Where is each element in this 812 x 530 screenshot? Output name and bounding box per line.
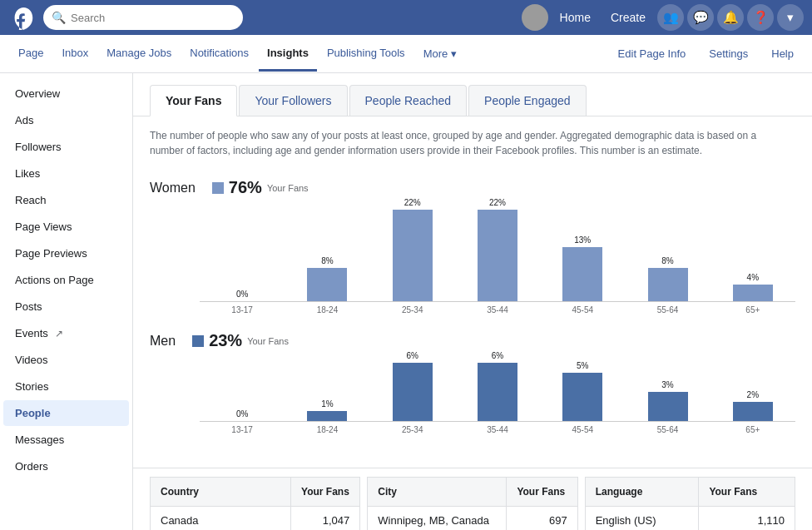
bar-rect <box>733 285 773 301</box>
tab-your-followers[interactable]: Your Followers <box>239 85 347 116</box>
age-label: 45-54 <box>540 302 625 315</box>
friends-icon-button[interactable]: 👥 <box>657 4 684 31</box>
bar-top-label: 1% <box>321 399 333 409</box>
nav-manage-jobs[interactable]: Manage Jobs <box>98 37 180 72</box>
settings-button[interactable]: Settings <box>701 42 756 65</box>
tab-people-reached[interactable]: People Reached <box>349 85 468 116</box>
men-sub-label: Your Fans <box>247 336 289 346</box>
nav-notifications[interactable]: Notifications <box>181 37 257 72</box>
bar-top-label: 0% <box>236 290 248 299</box>
bar-rect <box>648 268 688 301</box>
home-button[interactable]: Home <box>552 6 599 29</box>
sidebar-item-events[interactable]: Events ↗ <box>3 320 129 346</box>
notifications-icon-button[interactable]: 🔔 <box>717 4 744 31</box>
nav-insights[interactable]: Insights <box>259 37 317 72</box>
women-bars: 0%8%22%22%13%8%4% <box>200 202 795 302</box>
age-label: 18-24 <box>285 302 369 315</box>
tab-people-engaged[interactable]: People Engaged <box>468 85 587 116</box>
nav-inbox[interactable]: Inbox <box>53 37 97 72</box>
sidebar-item-orders[interactable]: Orders <box>3 453 129 479</box>
city-fans-col-header: Your Fans <box>507 478 577 507</box>
bar-top-label: 3% <box>661 380 673 389</box>
search-icon: 🔍 <box>52 11 66 24</box>
country-table: Country Your Fans Canada1,047United Stat… <box>150 477 360 530</box>
bar-rect <box>478 363 517 421</box>
men-label: Men <box>150 334 176 349</box>
sub-tabs: Your Fans Your Followers People Reached … <box>133 73 812 116</box>
table-cell-label: Canada <box>151 507 291 531</box>
bar-rect <box>307 268 347 301</box>
sidebar-item-page-previews[interactable]: Page Previews <box>3 240 129 266</box>
bar-group: 13% <box>540 235 625 301</box>
bar-group: 6% <box>455 351 540 421</box>
tab-your-fans[interactable]: Your Fans <box>150 85 237 116</box>
sidebar-item-videos[interactable]: Videos <box>3 347 129 373</box>
messenger-icon-button[interactable]: 💬 <box>687 4 714 31</box>
bar-group: 22% <box>455 198 540 301</box>
age-label: 18-24 <box>285 422 369 434</box>
bar-group: 4% <box>710 273 795 301</box>
bar-top-label: 4% <box>747 273 759 282</box>
table-row: English (US)1,110 <box>585 507 795 531</box>
age-label: 45-54 <box>540 422 625 434</box>
sidebar-item-page-views[interactable]: Page Views <box>3 214 129 240</box>
sidebar-item-likes[interactable]: Likes <box>3 161 129 186</box>
search-bar[interactable]: 🔍 <box>43 5 243 30</box>
search-input[interactable] <box>71 12 235 24</box>
help-icon-button[interactable]: ❓ <box>747 4 774 31</box>
bar-top-label: 8% <box>661 256 673 265</box>
edit-page-info-button[interactable]: Edit Page Info <box>610 42 695 65</box>
bar-rect <box>393 363 433 421</box>
men-percentage: 23% <box>209 331 242 350</box>
table-cell-label: Winnipeg, MB, Canada <box>368 507 507 531</box>
bar-rect <box>562 247 602 301</box>
tables-section: Country Your Fans Canada1,047United Stat… <box>133 468 812 530</box>
bar-group: 5% <box>540 361 625 421</box>
bar-group: 8% <box>285 256 369 301</box>
help-button[interactable]: Help <box>763 42 802 65</box>
content-inner: Your Fans Your Followers People Reached … <box>133 73 812 530</box>
table-cell-value: 1,047 <box>291 507 360 531</box>
age-label: 65+ <box>710 302 795 315</box>
bar-rect <box>733 402 773 421</box>
description-text: The number of people who saw any of your… <box>133 116 782 170</box>
age-label: 13-17 <box>200 302 285 315</box>
men-chart: Men 23% Your Fans 0%1%6%6%5%3%2% 13-1718… <box>150 331 795 434</box>
sidebar-item-actions-on-page[interactable]: Actions on Page <box>3 267 129 293</box>
sidebar-item-followers[interactable]: Followers <box>3 134 129 160</box>
women-label: Women <box>150 181 196 196</box>
bar-group: 2% <box>710 390 795 421</box>
bar-group: 22% <box>370 198 455 301</box>
age-label: 55-64 <box>625 422 710 434</box>
men-bars: 0%1%6%6%5%3%2% <box>200 355 795 422</box>
top-navigation: 🔍 Home Create 👥 💬 🔔 ❓ ▾ <box>0 0 812 35</box>
age-label: 55-64 <box>625 302 710 315</box>
create-button[interactable]: Create <box>602 6 654 29</box>
bar-rect <box>648 392 688 421</box>
menu-icon-button[interactable]: ▾ <box>777 4 804 31</box>
table-cell-value: 1,110 <box>699 507 795 531</box>
sidebar-item-ads[interactable]: Ads <box>3 107 129 133</box>
sidebar-item-reach[interactable]: Reach <box>3 187 129 213</box>
table-cell-value: 697 <box>507 507 577 531</box>
sidebar-item-posts[interactable]: Posts <box>3 294 129 319</box>
bar-top-label: 22% <box>489 198 506 207</box>
women-sub-label: Your Fans <box>267 183 309 193</box>
bar-rect <box>393 210 433 301</box>
chart-section: Women 76% Your Fans 0%8%22%22%13%8%4% 13… <box>133 170 812 459</box>
nav-more[interactable]: More ▾ <box>415 37 465 70</box>
sidebar-item-people[interactable]: People <box>3 400 129 426</box>
table-row: Winnipeg, MB, Canada697 <box>368 507 577 531</box>
women-color-indicator <box>212 182 224 194</box>
language-table: Language Your Fans English (US)1,110Engl… <box>585 477 795 530</box>
country-col-header: Country <box>151 478 291 507</box>
sidebar-item-stories[interactable]: Stories <box>3 374 129 399</box>
nav-publishing-tools[interactable]: Publishing Tools <box>319 37 413 72</box>
bar-top-label: 2% <box>747 390 759 399</box>
sidebar-item-overview[interactable]: Overview <box>3 81 129 106</box>
city-table: City Your Fans Winnipeg, MB, Canada697St… <box>367 477 577 530</box>
nav-page[interactable]: Page <box>10 37 52 72</box>
bar-top-label: 13% <box>574 235 591 245</box>
sidebar-item-messages[interactable]: Messages <box>3 427 129 453</box>
bar-top-label: 5% <box>577 361 588 370</box>
